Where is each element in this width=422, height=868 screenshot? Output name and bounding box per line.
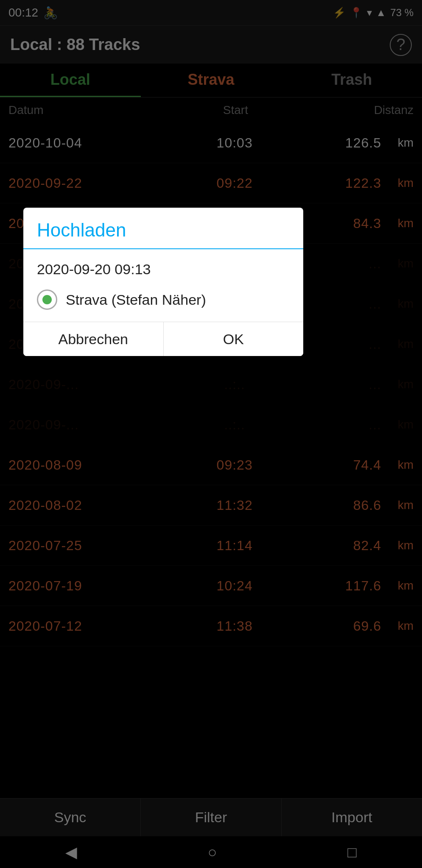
dialog-radio-label: Strava (Stefan Näher) (66, 292, 206, 308)
dialog-body: 2020-09-20 09:13 Strava (Stefan Näher) (23, 249, 303, 322)
dialog-overlay (0, 0, 422, 868)
dialog-title: Hochladen (23, 208, 303, 249)
radio-dot (42, 295, 52, 304)
dialog-actions: Abbrechen OK (23, 322, 303, 356)
upload-dialog: Hochladen 2020-09-20 09:13 Strava (Stefa… (23, 208, 303, 356)
ok-button[interactable]: OK (164, 322, 304, 356)
cancel-button[interactable]: Abbrechen (23, 322, 164, 356)
dialog-radio-row[interactable]: Strava (Stefan Näher) (37, 289, 290, 310)
dialog-datetime: 2020-09-20 09:13 (37, 261, 290, 278)
radio-button[interactable] (37, 289, 57, 310)
